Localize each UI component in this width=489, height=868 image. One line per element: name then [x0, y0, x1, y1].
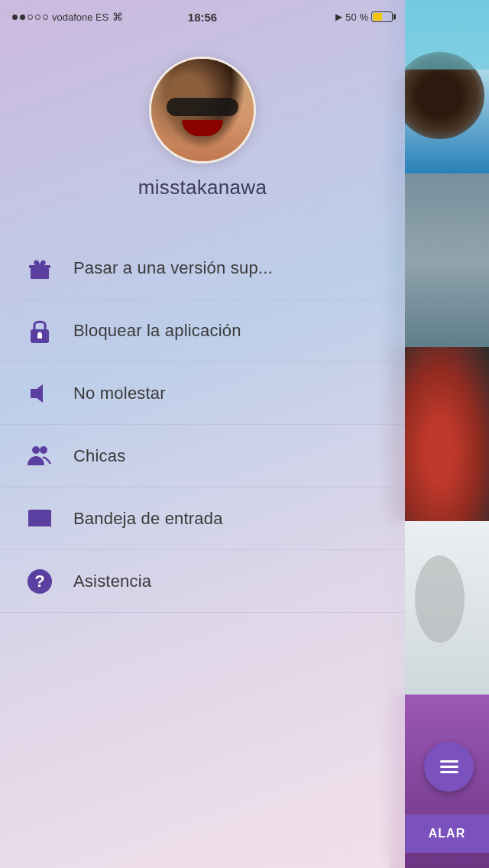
signal-dot-2	[20, 15, 25, 20]
signal-dot-5	[43, 15, 48, 20]
lock-icon	[23, 314, 57, 348]
svg-text:?: ?	[34, 572, 44, 591]
menu-inbox-label: Bandeja de entrada	[73, 509, 223, 529]
svg-rect-2	[38, 265, 41, 279]
avatar[interactable]	[149, 57, 256, 164]
svg-point-9	[40, 446, 47, 454]
menu-item-inbox[interactable]: Bandeja de entrada	[0, 487, 405, 550]
volume-icon	[23, 377, 57, 410]
install-label: ALAR	[429, 827, 465, 840]
menu-upgrade-label: Pasar a una versión sup...	[73, 258, 273, 278]
menu-girls-label: Chicas	[73, 446, 125, 466]
message-icon	[23, 502, 57, 536]
battery-bar	[371, 11, 393, 22]
profile-section: misstakanawa	[0, 34, 405, 215]
menu-help-label: Asistencia	[73, 572, 151, 591]
group-icon	[23, 439, 57, 473]
signal-dot-1	[12, 15, 18, 20]
install-button[interactable]: ALAR	[405, 815, 489, 853]
status-time: 18:56	[188, 11, 217, 24]
battery-fill	[373, 13, 382, 21]
svg-point-8	[32, 446, 40, 454]
menu-item-help[interactable]: ? Asistencia	[0, 550, 405, 613]
status-right: ▶ 50 %	[335, 11, 393, 23]
gift-icon	[23, 251, 57, 285]
svg-rect-15	[440, 771, 458, 773]
battery-indicator	[371, 11, 393, 22]
menu-item-girls[interactable]: Chicas	[0, 425, 405, 487]
wifi-icon: ⌘	[112, 11, 123, 23]
menu-item-lock[interactable]: Bloquear la aplicación	[0, 300, 405, 362]
fab-menu-button[interactable]	[424, 742, 474, 792]
battery-percent: 50 %	[345, 11, 368, 23]
svg-rect-6	[39, 334, 40, 337]
location-icon: ▶	[335, 11, 342, 22]
svg-rect-14	[440, 766, 458, 768]
menu-lock-label: Bloquear la aplicación	[73, 321, 241, 341]
menu-dnd-label: No molestar	[73, 384, 166, 403]
status-bar: vodafone ES ⌘ 18:56 ▶ 50 %	[0, 0, 405, 34]
carrier-label: vodafone ES	[52, 11, 108, 23]
menu-list: Pasar a una versión sup... Bloquear la a…	[0, 237, 405, 613]
menu-item-upgrade[interactable]: Pasar a una versión sup...	[0, 237, 405, 300]
svg-marker-7	[31, 384, 43, 403]
svg-rect-13	[440, 760, 458, 763]
signal-dot-4	[35, 15, 40, 20]
username: misstakanawa	[138, 176, 267, 199]
avatar-image	[151, 59, 254, 161]
help-icon: ?	[23, 565, 57, 598]
menu-item-dnd[interactable]: No molestar	[0, 362, 405, 425]
hamburger-icon	[438, 756, 461, 779]
status-left: vodafone ES ⌘	[12, 11, 123, 23]
signal-dot-3	[28, 15, 33, 20]
signal-dots	[12, 15, 48, 20]
